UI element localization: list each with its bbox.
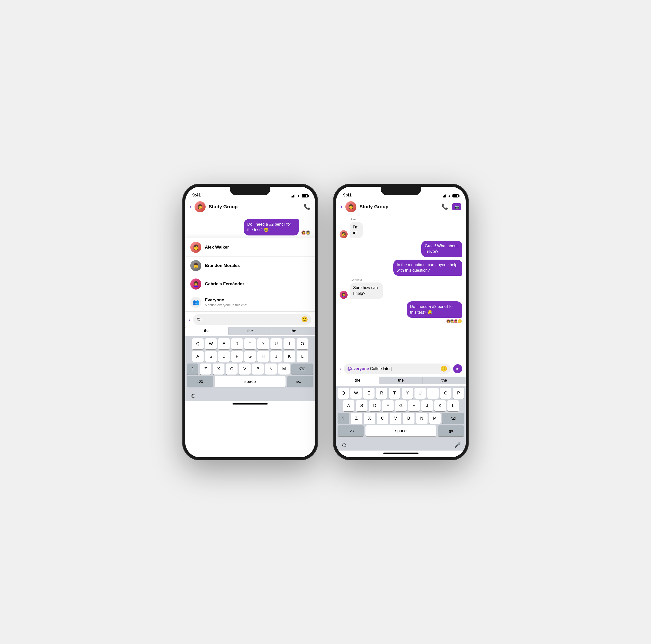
key-v-1[interactable]: V	[239, 363, 251, 375]
key-123-2[interactable]: 123	[338, 426, 364, 436]
key-q-2[interactable]: Q	[338, 388, 349, 399]
text-input-2[interactable]: @everyone Coffee later|	[347, 367, 438, 371]
send-button-2[interactable]: ►	[453, 364, 462, 373]
key-f-1[interactable]: F	[231, 351, 243, 362]
key-d-1[interactable]: D	[218, 351, 230, 362]
keyboard-2: Q W E R T Y U I O P A S D F G H	[336, 386, 466, 439]
key-j-2[interactable]: J	[421, 400, 433, 411]
key-l-1[interactable]: L	[297, 351, 308, 362]
phone-call-button-1[interactable]: 📞	[304, 204, 310, 210]
key-space-2[interactable]: space	[366, 426, 436, 436]
key-c-1[interactable]: C	[226, 363, 238, 375]
text-input-wrapper-1[interactable]: @| 🙂	[193, 314, 311, 325]
key-i-2[interactable]: I	[427, 388, 439, 399]
key-shift-2[interactable]: ⇧	[338, 413, 349, 424]
key-i-1[interactable]: I	[283, 338, 295, 349]
suggestion-2-1[interactable]: the	[336, 377, 379, 384]
mention-item-gabriela[interactable]: 👩‍🦱 Gabriela Fernández	[185, 275, 315, 293]
key-j-1[interactable]: J	[271, 351, 282, 362]
wifi-icon-1: ▲	[297, 194, 300, 198]
key-n-1[interactable]: N	[265, 363, 277, 375]
back-button-2[interactable]: ‹	[341, 204, 342, 210]
keyboard-row-2-3: ⇧ Z X C V B N M ⌫	[338, 413, 464, 424]
suggestion-2-2[interactable]: the	[379, 377, 423, 384]
key-z-2[interactable]: Z	[351, 413, 362, 424]
key-a-2[interactable]: A	[343, 400, 354, 411]
key-go-2[interactable]: go	[438, 426, 464, 436]
key-l-2[interactable]: L	[447, 400, 459, 411]
mic-icon[interactable]: 🎤	[455, 442, 461, 448]
key-shift-1[interactable]: ⇧	[187, 363, 198, 375]
key-o-2[interactable]: O	[440, 388, 452, 399]
key-u-1[interactable]: U	[271, 338, 282, 349]
key-f-2[interactable]: F	[382, 400, 394, 411]
key-return-1[interactable]: return	[287, 376, 313, 387]
key-z-1[interactable]: Z	[200, 363, 211, 375]
key-n-2[interactable]: N	[416, 413, 428, 424]
emoji-bottom-1[interactable]: ☺	[190, 392, 196, 399]
key-w-2[interactable]: W	[350, 388, 362, 399]
key-x-1[interactable]: X	[213, 363, 224, 375]
key-backspace-1[interactable]: ⌫	[291, 363, 313, 375]
key-h-2[interactable]: H	[408, 400, 420, 411]
nav-actions-1: 📞	[304, 204, 310, 210]
expand-button-2[interactable]: ›	[340, 366, 341, 372]
mention-item-brandon[interactable]: 👨 Brandon Morales	[185, 257, 315, 275]
key-r-2[interactable]: R	[376, 388, 388, 399]
emoji-button-2[interactable]: 🙂	[440, 365, 447, 372]
key-b-2[interactable]: B	[403, 413, 414, 424]
status-time-1: 9:41	[192, 193, 201, 198]
key-r-1[interactable]: R	[231, 338, 243, 349]
key-e-2[interactable]: E	[363, 388, 374, 399]
key-s-2[interactable]: S	[356, 400, 368, 411]
key-g-2[interactable]: G	[395, 400, 407, 411]
key-s-1[interactable]: S	[205, 351, 217, 362]
key-a-1[interactable]: A	[192, 351, 204, 362]
key-m-1[interactable]: M	[278, 363, 290, 375]
suggestion-2-3[interactable]: the	[423, 377, 466, 384]
back-button-1[interactable]: ‹	[190, 204, 191, 210]
mention-item-alex[interactable]: 👩 Alex Walker	[185, 238, 315, 257]
key-123-1[interactable]: 123	[187, 376, 213, 387]
key-b-1[interactable]: B	[252, 363, 264, 375]
key-o-1[interactable]: O	[297, 338, 308, 349]
key-c-2[interactable]: C	[377, 413, 388, 424]
key-y-1[interactable]: Y	[257, 338, 269, 349]
suggestion-1-3[interactable]: the	[272, 327, 315, 335]
key-m-2[interactable]: M	[429, 413, 441, 424]
keyboard-row-1-4: 123 space return	[187, 376, 313, 387]
key-t-2[interactable]: T	[389, 388, 400, 399]
group-avatar-img-2: 👩	[345, 201, 356, 212]
key-d-2[interactable]: D	[369, 400, 380, 411]
phone-call-button-2[interactable]: 📞	[441, 204, 448, 210]
key-k-2[interactable]: K	[434, 400, 446, 411]
key-g-1[interactable]: G	[244, 351, 256, 362]
key-space-1[interactable]: space	[215, 376, 285, 387]
key-h-1[interactable]: H	[257, 351, 269, 362]
key-q-1[interactable]: Q	[192, 338, 204, 349]
msg-bubble-out1: Great! What about Trevor?	[421, 241, 462, 257]
key-t-1[interactable]: T	[244, 338, 256, 349]
bottom-actions-1: ☺	[185, 390, 315, 401]
key-backspace-2[interactable]: ⌫	[442, 413, 464, 424]
key-w-1[interactable]: W	[205, 338, 217, 349]
key-e-1[interactable]: E	[218, 338, 230, 349]
mention-item-everyone[interactable]: 👥 Everyone Mention everyone in this chat	[185, 293, 315, 312]
input-text-after: Coffee later|	[369, 367, 392, 371]
key-p-2[interactable]: P	[453, 388, 464, 399]
key-x-2[interactable]: X	[364, 413, 375, 424]
text-input-wrapper-2[interactable]: @everyone Coffee later| 🙂	[344, 363, 451, 374]
emoji-button-1[interactable]: 🙂	[301, 316, 308, 323]
wifi-icon-2: ▲	[448, 194, 451, 198]
suggestion-1-1[interactable]: the	[185, 327, 228, 335]
video-call-button-2[interactable]: 📷	[452, 203, 461, 210]
emoji-bottom-2[interactable]: ☺	[341, 441, 347, 448]
suggestion-1-2[interactable]: the	[228, 327, 272, 335]
text-input-1[interactable]: @|	[196, 317, 299, 322]
key-v-2[interactable]: V	[390, 413, 401, 424]
nav-title-2: Study Group	[360, 204, 438, 209]
expand-button-1[interactable]: ›	[189, 317, 190, 322]
key-u-2[interactable]: U	[414, 388, 426, 399]
key-k-1[interactable]: K	[283, 351, 295, 362]
key-y-2[interactable]: Y	[402, 388, 413, 399]
